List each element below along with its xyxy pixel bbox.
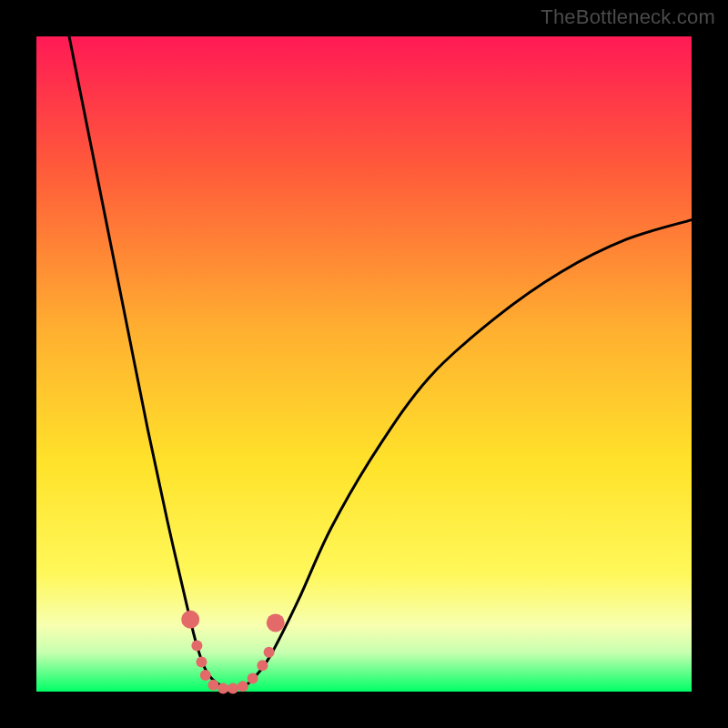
bottleneck-curve bbox=[69, 36, 692, 688]
trough-dot bbox=[200, 670, 211, 681]
trough-dot bbox=[217, 682, 228, 693]
watermark-text: TheBottleneck.com bbox=[541, 5, 715, 29]
trough-dot bbox=[191, 641, 202, 652]
trough-dot bbox=[181, 611, 199, 629]
chart-frame: TheBottleneck.com bbox=[0, 0, 728, 728]
trough-dots bbox=[181, 611, 285, 694]
trough-dot bbox=[238, 681, 248, 692]
trough-dot bbox=[257, 660, 268, 671]
plot-area bbox=[36, 36, 692, 692]
trough-dot bbox=[207, 680, 218, 691]
chart-svg bbox=[36, 36, 692, 692]
trough-dot bbox=[248, 673, 258, 684]
trough-dot bbox=[267, 613, 285, 632]
trough-dot bbox=[264, 647, 275, 658]
trough-dot bbox=[196, 657, 207, 668]
trough-dot bbox=[228, 682, 238, 693]
